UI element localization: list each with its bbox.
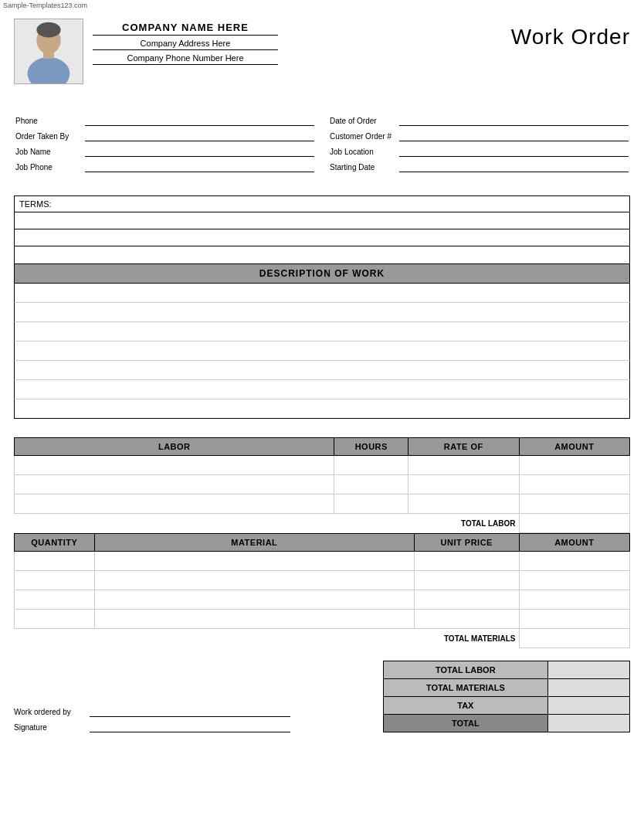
materials-row-2-unit-price[interactable]	[415, 571, 519, 590]
materials-row-4-amount[interactable]	[519, 610, 629, 629]
summary-total-materials-value[interactable]	[547, 679, 629, 697]
signature-label: Signature	[14, 723, 83, 732]
labor-row-2-rate[interactable]	[408, 475, 519, 494]
page: COMPANY NAME HERE Company Address Here C…	[0, 11, 644, 836]
labor-row-1-hours[interactable]	[334, 456, 408, 475]
work-ordered-by-input[interactable]	[90, 706, 290, 717]
field-job-location-label: Job Location	[330, 148, 399, 156]
materials-col-unit-price: UNIT PRICE	[415, 534, 519, 552]
labor-row-3[interactable]	[15, 494, 630, 514]
materials-col-material: MATERIAL	[94, 534, 414, 552]
materials-row-2[interactable]	[15, 571, 630, 590]
labor-col-rate: RATE OF	[408, 438, 519, 456]
signature-section: Work ordered by Signature	[14, 706, 290, 732]
materials-table: QUANTITY MATERIAL UNIT PRICE AMOUNT	[14, 533, 630, 648]
summary-row-total: TOTAL	[384, 715, 630, 732]
labor-row-2-hours[interactable]	[334, 475, 408, 494]
company-address: Company Address Here	[93, 39, 278, 50]
company-name: COMPANY NAME HERE	[93, 22, 278, 36]
terms-row-1[interactable]	[15, 212, 629, 229]
materials-col-quantity: QUANTITY	[15, 534, 95, 552]
materials-row-3-unit-price[interactable]	[415, 590, 519, 610]
field-date-of-order-label: Date of Order	[330, 117, 399, 125]
materials-row-4[interactable]	[15, 610, 630, 629]
labor-col-amount: AMOUNT	[519, 438, 629, 456]
field-date-of-order-input[interactable]	[399, 115, 629, 126]
labor-total-row: TOTAL LABOR	[15, 514, 630, 533]
materials-row-2-material[interactable]	[94, 571, 414, 590]
dow-row-5[interactable]	[14, 361, 630, 380]
summary-total-value[interactable]	[547, 715, 629, 732]
materials-row-4-unit-price[interactable]	[415, 610, 519, 629]
materials-row-1-qty[interactable]	[15, 552, 95, 571]
terms-row-3[interactable]	[15, 246, 629, 263]
terms-row-2[interactable]	[15, 229, 629, 246]
labor-row-1-amount[interactable]	[519, 456, 629, 475]
summary-table: TOTAL LABOR TOTAL MATERIALS TAX TOTAL	[383, 661, 630, 732]
materials-row-1[interactable]	[15, 552, 630, 571]
materials-col-amount: AMOUNT	[519, 534, 629, 552]
dow-row-1[interactable]	[14, 284, 630, 303]
work-ordered-by-row: Work ordered by	[14, 706, 290, 717]
labor-row-1-labor[interactable]	[15, 456, 334, 475]
materials-total-value[interactable]	[519, 629, 629, 648]
field-order-taken-by-input[interactable]	[85, 131, 314, 141]
field-phone: Phone	[15, 115, 314, 126]
labor-total-value[interactable]	[519, 514, 629, 533]
summary-total-labor-value[interactable]	[547, 661, 629, 679]
materials-row-2-amount[interactable]	[519, 571, 629, 590]
header-left: COMPANY NAME HERE Company Address Here C…	[14, 19, 278, 84]
header: COMPANY NAME HERE Company Address Here C…	[14, 11, 630, 92]
labor-row-1-rate[interactable]	[408, 456, 519, 475]
materials-row-4-qty[interactable]	[15, 610, 95, 629]
labor-row-2-labor[interactable]	[15, 475, 334, 494]
terms-section: TERMS:	[14, 195, 630, 264]
summary-total-labor-label: TOTAL LABOR	[384, 661, 548, 679]
labor-row-2-amount[interactable]	[519, 475, 629, 494]
materials-row-4-material[interactable]	[94, 610, 414, 629]
labor-row-3-hours[interactable]	[334, 494, 408, 514]
labor-col-labor: LABOR	[15, 438, 334, 456]
dow-row-3[interactable]	[14, 322, 630, 342]
field-customer-order: Customer Order #	[330, 131, 629, 141]
field-job-location: Job Location	[330, 146, 629, 157]
materials-row-1-unit-price[interactable]	[415, 552, 519, 571]
materials-row-1-amount[interactable]	[519, 552, 629, 571]
labor-row-3-amount[interactable]	[519, 494, 629, 514]
materials-row-2-qty[interactable]	[15, 571, 95, 590]
dow-row-6[interactable]	[14, 380, 630, 399]
labor-row-3-labor[interactable]	[15, 494, 334, 514]
field-job-name-input[interactable]	[85, 146, 314, 157]
materials-row-3-qty[interactable]	[15, 590, 95, 610]
summary-row-tax: TAX	[384, 697, 630, 715]
summary-total-materials-label: TOTAL MATERIALS	[384, 679, 548, 697]
dow-row-2[interactable]	[14, 303, 630, 322]
field-starting-date: Starting Date	[330, 161, 629, 172]
form-left: Phone Order Taken By Job Name Job Phone	[15, 115, 314, 177]
materials-row-3-amount[interactable]	[519, 590, 629, 610]
dow-row-4[interactable]	[14, 342, 630, 361]
field-job-phone-input[interactable]	[85, 161, 314, 172]
summary-tax-value[interactable]	[547, 697, 629, 715]
page-title: Work Order	[511, 25, 630, 49]
field-phone-input[interactable]	[85, 115, 314, 126]
field-customer-order-label: Customer Order #	[330, 132, 399, 141]
labor-row-3-rate[interactable]	[408, 494, 519, 514]
company-info: COMPANY NAME HERE Company Address Here C…	[93, 22, 278, 68]
field-starting-date-input[interactable]	[399, 161, 629, 172]
form-fields: Phone Order Taken By Job Name Job Phone …	[14, 115, 630, 177]
svg-point-2	[36, 22, 60, 38]
signature-input[interactable]	[90, 722, 290, 732]
materials-row-1-material[interactable]	[94, 552, 414, 571]
field-job-name-label: Job Name	[15, 148, 85, 156]
company-phone: Company Phone Number Here	[93, 53, 278, 65]
summary-total-label: TOTAL	[384, 715, 548, 732]
field-job-location-input[interactable]	[399, 146, 629, 157]
materials-row-3-material[interactable]	[94, 590, 414, 610]
materials-row-3[interactable]	[15, 590, 630, 610]
dow-row-7[interactable]	[14, 399, 630, 419]
field-phone-label: Phone	[15, 117, 85, 125]
labor-row-1[interactable]	[15, 456, 630, 475]
labor-row-2[interactable]	[15, 475, 630, 494]
field-customer-order-input[interactable]	[399, 131, 629, 141]
